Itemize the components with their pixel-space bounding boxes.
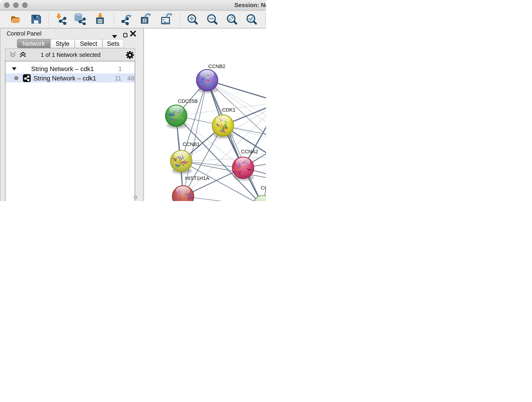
- svg-text:CCNA2: CCNA2: [241, 149, 258, 154]
- svg-text:CCNE1: CCNE1: [261, 185, 266, 191]
- svg-text:CCNB1: CCNB1: [183, 141, 200, 147]
- svg-text:CCNB2: CCNB2: [208, 64, 225, 69]
- svg-text:CDK1: CDK1: [222, 107, 235, 113]
- svg-text:HIST1H1A: HIST1H1A: [185, 175, 209, 181]
- svg-text:CDC25B: CDC25B: [178, 98, 198, 104]
